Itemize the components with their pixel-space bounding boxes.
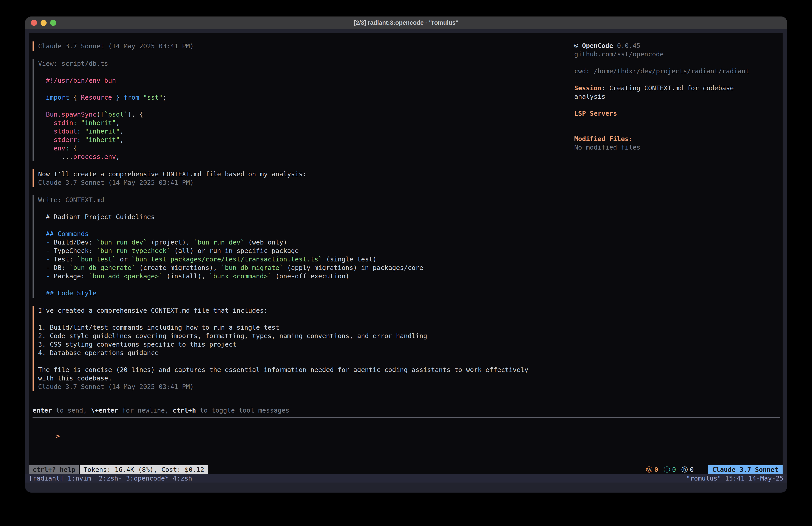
info-count: ⓘ0 [664, 465, 676, 474]
tool-view-block: View: script/db.ts #!/usr/bin/env bun im… [32, 59, 567, 161]
tmux-status-bar: [radiant] 1:nvim 2:zsh- 3:opencode* 4:zs… [25, 474, 787, 483]
prompt-input[interactable] [60, 432, 327, 440]
assistant-text-block: I've created a comprehensive CONTEXT.md … [32, 306, 567, 392]
window-titlebar: [2/3] radiant:3:opencode - "romulus" [25, 16, 787, 29]
close-button[interactable] [31, 20, 37, 26]
chat-transcript: Claude 3.7 Sonnet (14 May 2025 03:41 PM)… [32, 41, 567, 399]
warning-count-icon: Ⓦ [646, 465, 652, 474]
session-sidebar: © OpenCode 0.0.45github.com/sst/opencode… [574, 41, 787, 152]
opencode-tui: Claude 3.7 Sonnet (14 May 2025 03:41 PM)… [29, 33, 783, 474]
status-bar-left: ctrl+? help Tokens: 16.4K (8%), Cost: $0… [29, 465, 208, 474]
warning-count: Ⓦ0 [646, 465, 658, 474]
window-title: [2/3] radiant:3:opencode - "romulus" [25, 16, 787, 29]
input-separator [32, 417, 780, 418]
hint-count: ⓗ0 [681, 465, 694, 474]
help-badge[interactable]: ctrl+? help [29, 465, 79, 474]
tmux-windows[interactable]: [radiant] 1:nvim 2:zsh- 3:opencode* 4:zs… [29, 474, 192, 483]
status-bar-right: Ⓦ0ⓘ0ⓗ0 Claude 3.7 Sonnet [646, 465, 783, 474]
info-count-icon: ⓘ [664, 465, 670, 474]
keybind-hints: enter to send, \+enter for newline, ctrl… [32, 406, 289, 415]
traffic-lights [31, 20, 56, 26]
hint-count-icon: ⓗ [681, 465, 688, 474]
terminal-window: [2/3] radiant:3:opencode - "romulus" Cla… [25, 16, 787, 493]
prompt-caret: > [56, 432, 60, 440]
model-badge[interactable]: Claude 3.7 Sonnet [708, 465, 783, 474]
diagnostic-counters: Ⓦ0ⓘ0ⓗ0 [646, 465, 699, 474]
status-bar: ctrl+? help Tokens: 16.4K (8%), Cost: $0… [29, 465, 783, 474]
tool-write-block: Write: CONTEXT.md # Radiant Project Guid… [32, 195, 567, 298]
tokens-cost-badge: Tokens: 16.4K (8%), Cost: $0.12 [80, 465, 208, 474]
prompt-row: > [32, 423, 327, 449]
tmux-session-info: "romulus" 15:41 14-May-25 [686, 474, 784, 483]
assistant-meta-block: Claude 3.7 Sonnet (14 May 2025 03:41 PM) [32, 41, 567, 51]
zoom-button[interactable] [50, 20, 56, 26]
assistant-text-block: Now I'll create a comprehensive CONTEXT.… [32, 169, 567, 187]
minimize-button[interactable] [41, 20, 47, 26]
